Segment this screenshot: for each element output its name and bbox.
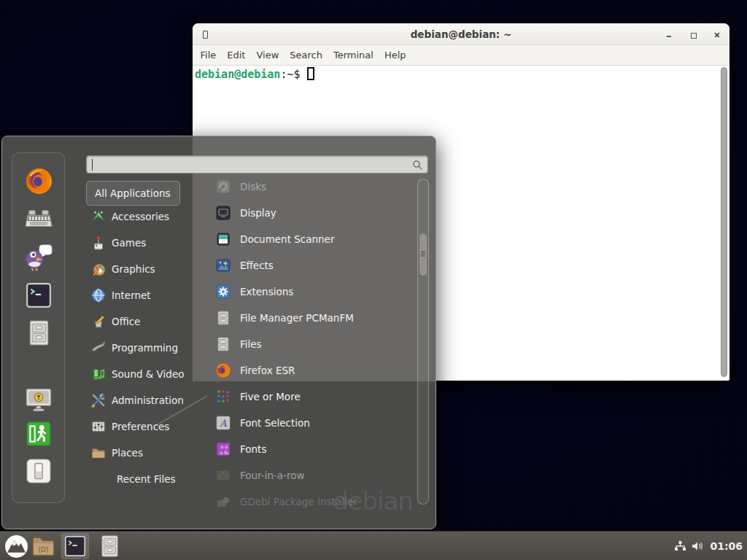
svg-text:A: A [219,418,227,429]
preferences-icon [91,419,106,434]
terminal-icon [26,282,52,308]
start-menu-icon [4,534,28,559]
category-label: Recent Files [117,473,176,485]
menu-file[interactable]: File [195,50,222,61]
category-games[interactable]: Games [86,230,199,256]
firefox-icon [26,168,53,195]
volume-icon[interactable] [692,540,705,552]
menu-terminal[interactable]: Terminal [328,50,379,61]
files-icon [216,337,231,351]
graphics-icon [91,262,106,276]
favorite-file-manager[interactable] [25,319,53,346]
category-administration[interactable]: Administration [86,387,199,413]
programming-icon [91,341,106,355]
prompt-user: debian@debian [195,68,280,81]
app-label: Display [240,207,276,219]
file-cabinet-icon [28,319,50,346]
app-item-fonts[interactable]: aaa& Fonts [206,436,418,462]
package-manager-icon [25,208,53,231]
scrollbar-thumb[interactable] [419,233,427,276]
favorite-firefox[interactable] [25,167,53,195]
category-office[interactable]: Office [86,308,199,335]
category-programming[interactable]: Programming [86,335,199,361]
network-icon[interactable] [674,540,686,552]
close-button[interactable] [708,23,726,45]
app-item-document-scanner[interactable]: Document Scanner [206,226,418,252]
minimize-button[interactable] [660,23,678,45]
terminal-titlebar[interactable]: debian@debian: ~ [193,23,729,45]
app-item-firefox-esr[interactable]: Firefox ESR [206,357,418,384]
category-internet[interactable]: Internet [86,282,199,308]
maximize-button[interactable] [684,23,702,45]
app-item-four-in-a-row[interactable]: Four-in-a-row [206,462,418,489]
app-item-gdebi[interactable]: GDebi Package Installer [206,489,418,515]
five-or-more-icon [216,389,231,404]
menu-edit[interactable]: Edit [222,50,251,61]
app-item-effects[interactable]: Effects [206,252,418,279]
app-item-five-or-more[interactable]: Five or More [206,384,418,410]
app-label: GDebi Package Installer [240,496,357,508]
category-graphics[interactable]: Graphics [86,256,199,282]
favorites-column [12,152,65,503]
category-recent-files[interactable]: Recent Files [86,466,199,492]
app-item-disks[interactable]: Disks [206,174,418,200]
application-menu: debian [1,136,436,529]
firefox-esr-icon [216,363,231,378]
favorite-logout[interactable] [25,420,53,448]
app-label: Fonts [240,443,266,455]
menu-help[interactable]: Help [379,50,411,61]
taskbar: [D] [0,531,747,560]
app-label: File Manager PCManFM [240,312,354,324]
taskbar-file-cabinet[interactable] [96,533,123,559]
extensions-icon [216,284,231,299]
category-all-applications[interactable]: All Applications [86,181,180,206]
internet-icon [91,288,106,303]
app-label: Disks [240,181,266,192]
prompt-line: debian@debian:~$ [195,67,314,82]
accessories-icon [91,209,106,224]
lock-screen-icon [25,386,53,413]
app-item-files[interactable]: Files [206,331,418,357]
category-accessories[interactable]: Accessories [86,203,199,230]
svg-text:[D]: [D] [39,545,48,553]
document-scanner-icon [216,232,231,246]
favorite-terminal[interactable] [25,281,53,309]
gdebi-icon [216,494,231,509]
category-label: Games [112,237,146,249]
disks-icon [216,179,231,194]
prompt-suffix: :~$ [280,68,300,81]
shutdown-icon [26,459,51,483]
svg-text:a: a [220,449,223,456]
app-list-scrollbar[interactable] [417,179,429,505]
app-label: Files [240,338,262,350]
selected-category-label: All Applications [95,187,171,199]
terminal-menubar: File Edit View Search Terminal Help [193,45,729,66]
app-item-extensions[interactable]: Extensions [206,279,418,305]
start-menu-button[interactable] [2,533,30,559]
favorite-pidgin[interactable] [25,244,53,271]
taskbar-file-manager[interactable]: [D] [29,533,57,559]
taskbar-terminal[interactable] [61,533,89,559]
search-input[interactable] [86,155,428,174]
category-label: Internet [112,289,151,301]
logout-icon [26,421,51,446]
app-item-font-selection[interactable]: A Font Selection [206,410,418,436]
clock[interactable]: 01:06 [710,540,743,552]
favorite-package-manager[interactable] [25,206,53,233]
category-places[interactable]: Places [86,440,199,466]
system-tray: 01:06 [674,532,744,560]
favorite-screensaver[interactable] [25,386,53,413]
window-title: debian@debian: ~ [193,28,729,40]
terminal-scrollbar[interactable] [721,67,727,377]
menu-search[interactable]: Search [285,50,328,61]
category-label: Places [112,447,143,459]
pidgin-icon [25,244,53,271]
menu-view[interactable]: View [251,50,285,61]
app-item-display[interactable]: Display [206,200,418,226]
category-label: Sound & Video [112,368,184,380]
favorite-shutdown[interactable] [25,457,53,485]
app-item-file-manager-pcmanfm[interactable]: File Manager PCManFM [206,305,418,331]
effects-icon [216,258,231,273]
category-preferences[interactable]: Preferences [86,413,199,440]
category-sound-video[interactable]: Sound & Video [86,361,199,387]
